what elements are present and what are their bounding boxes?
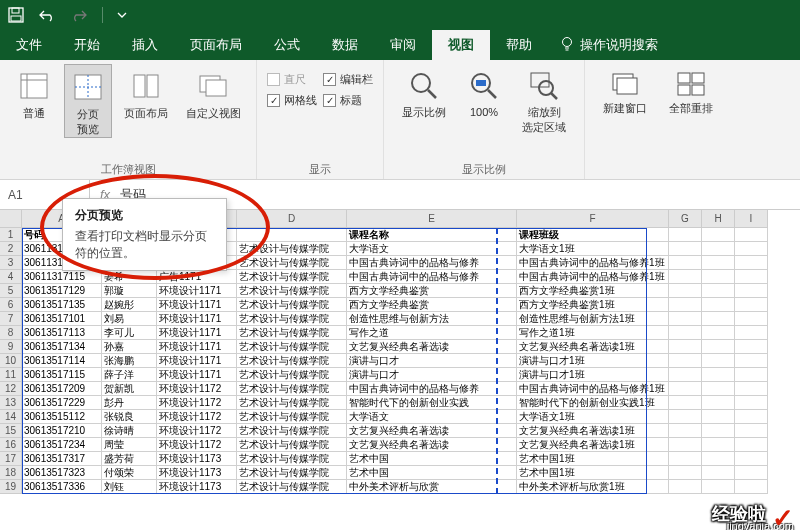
cell[interactable] bbox=[702, 256, 735, 270]
cell[interactable]: 艺术中国1班 bbox=[517, 452, 669, 466]
cell[interactable]: 艺术设计与传媒学院 bbox=[237, 424, 347, 438]
cell[interactable]: 演讲与口才1班 bbox=[517, 354, 669, 368]
cell[interactable] bbox=[669, 340, 702, 354]
cell[interactable] bbox=[669, 424, 702, 438]
zoom-100-button[interactable]: 100% bbox=[460, 64, 508, 120]
cell[interactable] bbox=[669, 298, 702, 312]
cell[interactable]: 薛子洋 bbox=[102, 368, 157, 382]
cell[interactable]: 30613517317 bbox=[22, 452, 102, 466]
cell[interactable]: 艺术设计与传媒学院 bbox=[237, 466, 347, 480]
redo-icon[interactable] bbox=[70, 8, 88, 22]
cell[interactable]: 中国古典诗词中的品格与修养1班 bbox=[517, 256, 669, 270]
cell[interactable]: 环境设计1172 bbox=[157, 438, 237, 452]
customize-qat-icon[interactable] bbox=[117, 10, 127, 20]
tab-page-layout[interactable]: 页面布局 bbox=[174, 30, 258, 60]
cell[interactable]: 30613517113 bbox=[22, 326, 102, 340]
cell[interactable] bbox=[669, 326, 702, 340]
cell[interactable]: 西方文学经典鉴赏1班 bbox=[517, 284, 669, 298]
header-cell[interactable] bbox=[735, 228, 768, 242]
cell[interactable]: 西方文学经典鉴赏1班 bbox=[517, 298, 669, 312]
cell[interactable] bbox=[702, 242, 735, 256]
cell[interactable] bbox=[669, 382, 702, 396]
cell[interactable]: 张锐良 bbox=[102, 410, 157, 424]
cell[interactable]: 李可儿 bbox=[102, 326, 157, 340]
cell[interactable]: 艺术设计与传媒学院 bbox=[237, 382, 347, 396]
cell[interactable]: 艺术中国 bbox=[347, 452, 517, 466]
row-header[interactable]: 16 bbox=[0, 438, 22, 452]
page-break-preview-button[interactable]: 分页 预览 bbox=[64, 64, 112, 138]
cell[interactable]: 彭丹 bbox=[102, 396, 157, 410]
tab-formulas[interactable]: 公式 bbox=[258, 30, 316, 60]
cell[interactable] bbox=[669, 256, 702, 270]
cell[interactable]: 环境设计1171 bbox=[157, 368, 237, 382]
cell[interactable] bbox=[735, 256, 768, 270]
cell[interactable]: 艺术设计与传媒学院 bbox=[237, 326, 347, 340]
cell[interactable]: 30613517115 bbox=[22, 368, 102, 382]
cell[interactable]: 艺术设计与传媒学院 bbox=[237, 256, 347, 270]
cell[interactable]: 环境设计1172 bbox=[157, 396, 237, 410]
cell[interactable]: 演讲与口才 bbox=[347, 368, 517, 382]
cell[interactable] bbox=[735, 312, 768, 326]
cell[interactable]: 赵婉彤 bbox=[102, 298, 157, 312]
cell[interactable]: 30613517209 bbox=[22, 382, 102, 396]
cell[interactable]: 艺术设计与传媒学院 bbox=[237, 312, 347, 326]
cell[interactable] bbox=[702, 438, 735, 452]
cell[interactable]: 艺术设计与传媒学院 bbox=[237, 368, 347, 382]
new-window-button[interactable]: 新建窗口 bbox=[595, 64, 655, 116]
cell[interactable]: 30611317115 bbox=[22, 270, 102, 284]
custom-views-button[interactable]: 自定义视图 bbox=[180, 64, 246, 121]
cell[interactable] bbox=[669, 242, 702, 256]
cell[interactable]: 30613517135 bbox=[22, 298, 102, 312]
formula-bar-checkbox[interactable]: ✓ 编辑栏 bbox=[323, 72, 373, 87]
cell[interactable]: 30613517114 bbox=[22, 354, 102, 368]
row-header[interactable]: 15 bbox=[0, 424, 22, 438]
column-header[interactable]: F bbox=[517, 210, 669, 228]
cell[interactable]: 智能时代下的创新创业实践1班 bbox=[517, 396, 669, 410]
tab-insert[interactable]: 插入 bbox=[116, 30, 174, 60]
cell[interactable]: 中国古典诗词中的品格与修养1班 bbox=[517, 382, 669, 396]
cell[interactable]: 环境设计1171 bbox=[157, 340, 237, 354]
row-header[interactable]: 6 bbox=[0, 298, 22, 312]
row-header[interactable]: 4 bbox=[0, 270, 22, 284]
cell[interactable] bbox=[702, 326, 735, 340]
row-header[interactable]: 13 bbox=[0, 396, 22, 410]
cell[interactable] bbox=[669, 284, 702, 298]
column-header[interactable]: E bbox=[347, 210, 517, 228]
cell[interactable] bbox=[735, 382, 768, 396]
cell[interactable]: 艺术设计与传媒学院 bbox=[237, 452, 347, 466]
cell[interactable]: 中外美术评析与欣赏1班 bbox=[517, 480, 669, 494]
header-cell[interactable] bbox=[237, 228, 347, 242]
cell[interactable] bbox=[702, 270, 735, 284]
normal-view-button[interactable]: 普通 bbox=[10, 64, 58, 121]
cell[interactable] bbox=[702, 396, 735, 410]
cell[interactable] bbox=[735, 284, 768, 298]
cell[interactable]: 环境设计1171 bbox=[157, 326, 237, 340]
tab-review[interactable]: 审阅 bbox=[374, 30, 432, 60]
cell[interactable]: 郭璇 bbox=[102, 284, 157, 298]
arrange-all-button[interactable]: 全部重排 bbox=[661, 64, 721, 116]
cell[interactable]: 大学语文1班 bbox=[517, 410, 669, 424]
cell[interactable]: 中国古典诗词中的品格与修养1班 bbox=[517, 270, 669, 284]
cell[interactable] bbox=[735, 368, 768, 382]
cell[interactable]: 环境设计1171 bbox=[157, 298, 237, 312]
row-header[interactable]: 7 bbox=[0, 312, 22, 326]
cell[interactable] bbox=[735, 466, 768, 480]
cell[interactable]: 30613517134 bbox=[22, 340, 102, 354]
cell[interactable]: 写作之道 bbox=[347, 326, 517, 340]
cell[interactable]: 环境设计1173 bbox=[157, 452, 237, 466]
column-header[interactable]: H bbox=[702, 210, 735, 228]
cell[interactable]: 演讲与口才 bbox=[347, 354, 517, 368]
row-header[interactable]: 1 bbox=[0, 228, 22, 242]
save-icon[interactable] bbox=[8, 7, 24, 23]
cell[interactable]: 30613517229 bbox=[22, 396, 102, 410]
cell[interactable] bbox=[735, 242, 768, 256]
column-header[interactable]: D bbox=[237, 210, 347, 228]
cell[interactable]: 徐诗晴 bbox=[102, 424, 157, 438]
tab-file[interactable]: 文件 bbox=[0, 30, 58, 60]
tell-me-search[interactable]: 操作说明搜索 bbox=[548, 36, 670, 55]
row-header[interactable]: 12 bbox=[0, 382, 22, 396]
cell[interactable] bbox=[702, 424, 735, 438]
cell[interactable]: 盛芳荷 bbox=[102, 452, 157, 466]
cell[interactable]: 中国古典诗词中的品格与修养 bbox=[347, 382, 517, 396]
cell[interactable]: 演讲与口才1班 bbox=[517, 368, 669, 382]
